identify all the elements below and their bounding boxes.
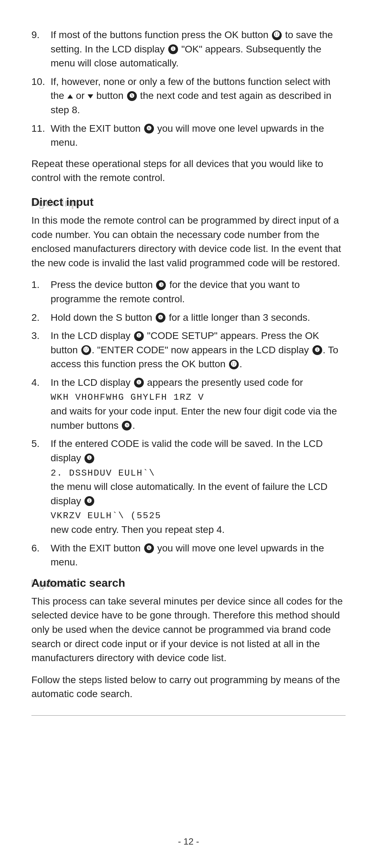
section1-heading-wrapper: Pgde inp Direct input [31,196,346,209]
step-9: 9. If most of the buttons function press… [31,28,346,71]
badge-1d: ❶ [134,378,144,388]
content: 9. If most of the buttons function press… [31,28,346,716]
mono-line-1: WKH VHOHFWHG GHYLFH 1RZ V [51,392,204,403]
section2-intro: This process can take several minutes pe… [31,594,346,665]
badge-6a: ❻ [144,124,154,133]
badge-18b: ⓱ [81,345,91,355]
section2-heading-main: Automatic search [31,577,346,589]
page-number: - 12 - [0,836,377,847]
badge-18c: ⓱ [229,360,239,369]
badge-18a: ⓱ [272,30,282,40]
s1-step-2-num: 2. [31,311,51,325]
page-divider [31,715,346,716]
step-10-text: If, however, none or only a few of the b… [51,75,346,117]
badge-9a: ❾ [122,421,132,431]
arrow-down-icon [88,94,93,99]
section1-intro: In this mode the remote control can be p… [31,214,346,270]
s1-step-4: 4. In the LCD display ❶ appears the pres… [31,376,346,433]
s1-step-2-text: Hold down the S button ❹ for a little lo… [51,311,346,325]
mono-line-2: 2. DSSHDUV EULH`\ [51,468,155,478]
page: 9. If most of the buttons function press… [0,0,377,868]
step-9-num: 9. [31,28,51,71]
s1-step-4-num: 4. [31,376,51,433]
section2-follow-text: Follow the steps listed below to carry o… [31,673,346,701]
badge-4a: ❹ [156,313,165,323]
s1-step-1-num: 1. [31,278,51,306]
repeat-text: Repeat these operational steps for all d… [31,157,346,185]
badge-1c: ❶ [312,345,322,355]
mono-line-3: VKRZV EULH`\ (5525 [51,511,161,521]
badge-1b: ❶ [134,331,144,341]
badge-5a: ❺ [127,91,137,101]
s1-step-4-text: In the LCD display ❶ appears the present… [51,376,346,433]
section2-heading-wrapper: Pgde sh Automatic search [31,577,346,589]
s1-step-5: 5. If the entered CODE is valid the code… [31,437,346,537]
s1-step-3-text: In the LCD display ❶ "CODE SETUP" appear… [51,329,346,371]
badge-6b: ❻ [144,543,154,553]
section1-heading-main: Direct input [31,196,346,209]
step-10: 10. If, however, none or only a few of t… [31,75,346,117]
s1-step-5-text: If the entered CODE is valid the code wi… [51,437,346,537]
badge-1e: ❶ [84,454,94,463]
s1-step-3: 3. In the LCD display ❶ "CODE SETUP" app… [31,329,346,371]
badge-3a: ❸ [156,280,166,290]
s1-step-6-text: With the EXIT button ❻ you will move one… [51,541,346,570]
step-11: 11. With the EXIT button ❻ you will move… [31,122,346,150]
step-9-text: If most of the buttons function press th… [51,28,346,71]
s1-step-3-num: 3. [31,329,51,371]
s1-step-5-num: 5. [31,437,51,537]
step-11-num: 11. [31,122,51,150]
s1-step-2: 2. Hold down the S button ❹ for a little… [31,311,346,325]
section1-steps-list: 1. Press the device button ❸ for the dev… [31,278,346,570]
badge-1a: ❶ [168,44,178,54]
step-10-num: 10. [31,75,51,117]
s1-step-6-num: 6. [31,541,51,570]
top-steps-list: 9. If most of the buttons function press… [31,28,346,150]
s1-step-6: 6. With the EXIT button ❻ you will move … [31,541,346,570]
step-11-text: With the EXIT button ❻ you will move one… [51,122,346,150]
arrow-up-icon [67,94,73,99]
s1-step-1-text: Press the device button ❸ for the device… [51,278,346,306]
badge-1f: ❶ [84,496,94,506]
s1-step-1: 1. Press the device button ❸ for the dev… [31,278,346,306]
